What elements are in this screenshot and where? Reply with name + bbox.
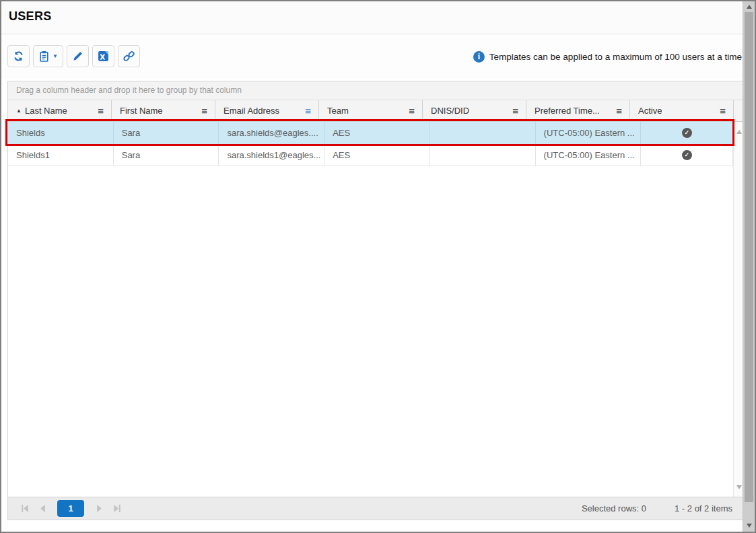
cell-preferred-time: (UTC-05:00) Eastern ... (536, 122, 642, 144)
column-header-team[interactable]: Team ≡ (319, 100, 423, 121)
users-grid: Drag a column header and drop it here to… (7, 81, 745, 520)
sort-asc-icon: ▲ (16, 108, 22, 114)
cell-active: ✓ (641, 122, 733, 144)
cell-team: AES (324, 144, 430, 166)
active-check-icon: ✓ (682, 128, 692, 138)
group-drop-zone[interactable]: Drag a column header and drop it here to… (8, 81, 745, 100)
column-header-email[interactable]: Email Address ≡ (215, 100, 319, 121)
template-icon (38, 50, 50, 62)
column-label: DNIS/DID (431, 106, 469, 116)
cell-last-name: Shields (8, 122, 114, 144)
scroll-down-icon[interactable] (747, 524, 752, 528)
info-text: Templates can be applied to a maximum of… (489, 52, 742, 62)
column-menu-icon[interactable]: ≡ (407, 104, 417, 117)
column-menu-icon[interactable]: ≡ (614, 104, 624, 117)
column-menu-icon[interactable]: ≡ (199, 104, 209, 117)
column-menu-icon[interactable]: ≡ (510, 104, 520, 117)
active-check-icon: ✓ (682, 150, 692, 160)
apply-template-button[interactable]: ▼ (33, 45, 63, 67)
page-title: USERS (9, 9, 52, 24)
cell-email: sara.shields@eagles.... (219, 122, 324, 144)
column-menu-icon[interactable]: ≡ (303, 104, 313, 117)
table-row-shields[interactable]: Shields Sara sara.shields@eagles.... AES… (8, 122, 733, 144)
edit-button[interactable] (67, 45, 89, 67)
cell-active: ✓ (641, 144, 733, 166)
grid-header-row: ▲ Last Name ≡ First Name ≡ Email Address… (8, 100, 745, 122)
selected-rows-count: Selected rows: 0 (582, 503, 646, 513)
scrollbar-thumb[interactable] (745, 12, 753, 502)
refresh-button[interactable] (7, 45, 30, 67)
column-header-active[interactable]: Active ≡ (630, 100, 734, 121)
toolbar: ▼ (1, 34, 743, 79)
column-menu-icon[interactable]: ≡ (718, 104, 728, 117)
scroll-down-icon[interactable] (736, 485, 742, 489)
excel-icon (98, 50, 109, 62)
page-vertical-scrollbar[interactable] (743, 1, 755, 532)
users-page: USERS (0, 0, 756, 533)
column-header-preferred-time[interactable]: Preferred Time... ≡ (526, 100, 630, 121)
column-label: Email Address (224, 106, 279, 116)
cell-first-name: Sara (114, 122, 219, 144)
page-number-button[interactable]: 1 (57, 500, 84, 517)
previous-page-button[interactable] (34, 500, 51, 518)
grid-content: Shields Sara sara.shields@eagles.... AES… (8, 122, 745, 497)
column-header-first-name[interactable]: First Name ≡ (112, 100, 215, 121)
link-icon (123, 50, 135, 62)
cell-preferred-time: (UTC-05:00) Eastern ... (536, 144, 642, 166)
last-page-button[interactable] (108, 500, 125, 518)
title-bar: USERS (1, 1, 743, 34)
scroll-up-icon[interactable] (736, 130, 742, 134)
export-excel-button[interactable] (92, 45, 114, 67)
toolbar-buttons: ▼ (7, 45, 140, 67)
info-note: i Templates can be applied to a maximum … (473, 51, 742, 63)
cell-dnis-did (430, 144, 536, 166)
info-icon: i (473, 51, 485, 63)
cell-last-name: Shields1 (8, 144, 114, 166)
column-label: Team (327, 106, 349, 116)
table-row-shields1[interactable]: Shields1 Sara sara.shields1@eagles... AE… (8, 144, 733, 166)
cell-first-name: Sara (114, 144, 219, 166)
column-label: Active (638, 106, 662, 116)
cell-team: AES (324, 122, 430, 144)
column-label: Preferred Time... (535, 106, 600, 116)
cell-dnis-did (430, 122, 536, 144)
first-page-button[interactable] (16, 500, 34, 518)
refresh-icon (13, 50, 24, 62)
pager-info: Selected rows: 0 1 - 2 of 2 items (582, 503, 736, 513)
pencil-icon (72, 50, 83, 62)
column-label: First Name (120, 106, 163, 116)
items-range: 1 - 2 of 2 items (675, 503, 732, 513)
chevron-down-icon: ▼ (53, 53, 58, 59)
column-header-last-name[interactable]: ▲ Last Name ≡ (8, 100, 112, 121)
column-label: Last Name (25, 106, 67, 116)
pager: 1 Selected rows: 0 1 - 2 of 2 items (8, 497, 745, 520)
column-menu-icon[interactable]: ≡ (96, 104, 106, 117)
cell-email: sara.shields1@eagles... (219, 144, 324, 166)
copy-link-button[interactable] (118, 45, 140, 67)
next-page-button[interactable] (90, 500, 108, 518)
scroll-up-icon[interactable] (747, 5, 752, 9)
column-header-dnis-did[interactable]: DNIS/DID ≡ (423, 100, 526, 121)
